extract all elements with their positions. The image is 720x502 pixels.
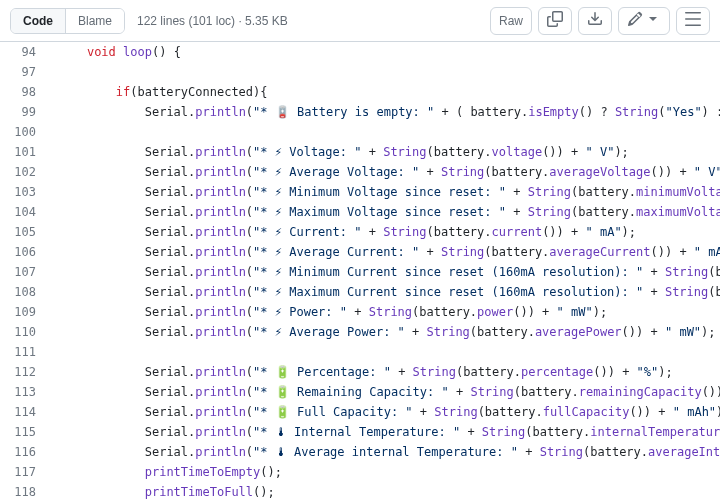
code-content: Serial.println("* 🔋 Remaining Capacity: …	[50, 382, 720, 402]
line-number[interactable]: 103	[0, 182, 50, 202]
download-icon	[587, 11, 603, 30]
copy-icon	[547, 11, 563, 30]
code-content	[50, 62, 720, 82]
code-line[interactable]: 111	[0, 342, 720, 362]
line-number[interactable]: 115	[0, 422, 50, 442]
code-line[interactable]: 114 Serial.println("* 🔋 Full Capacity: "…	[0, 402, 720, 422]
line-number[interactable]: 113	[0, 382, 50, 402]
line-number[interactable]: 94	[0, 42, 50, 62]
code-content: Serial.println("* ⚡ Average Voltage: " +…	[50, 162, 720, 182]
code-content: void loop() {	[50, 42, 720, 62]
code-line[interactable]: 94 void loop() {	[0, 42, 720, 62]
code-line[interactable]: 102 Serial.println("* ⚡ Average Voltage:…	[0, 162, 720, 182]
code-line[interactable]: 105 Serial.println("* ⚡ Current: " + Str…	[0, 222, 720, 242]
toolbar-actions: Raw	[490, 7, 710, 35]
code-line[interactable]: 117 printTimeToEmpty();	[0, 462, 720, 482]
code-line[interactable]: 98 if(batteryConnected){	[0, 82, 720, 102]
edit-button[interactable]	[618, 7, 670, 35]
code-line[interactable]: 110 Serial.println("* ⚡ Average Power: "…	[0, 322, 720, 342]
line-number[interactable]: 106	[0, 242, 50, 262]
code-content: Serial.println("* 🔋 Full Capacity: " + S…	[50, 402, 720, 422]
code-line[interactable]: 103 Serial.println("* ⚡ Minimum Voltage …	[0, 182, 720, 202]
line-number[interactable]: 107	[0, 262, 50, 282]
code-view[interactable]: 94 void loop() {9798 if(batteryConnected…	[0, 42, 720, 502]
code-line[interactable]: 109 Serial.println("* ⚡ Power: " + Strin…	[0, 302, 720, 322]
code-content: Serial.println("* ⚡ Current: " + String(…	[50, 222, 720, 242]
code-line[interactable]: 100	[0, 122, 720, 142]
line-number[interactable]: 109	[0, 302, 50, 322]
blame-tab[interactable]: Blame	[65, 9, 124, 33]
file-toolbar: Code Blame 122 lines (101 loc) · 5.35 KB…	[0, 0, 720, 42]
line-number[interactable]: 114	[0, 402, 50, 422]
code-line[interactable]: 118 printTimeToFull();	[0, 482, 720, 502]
line-number[interactable]: 117	[0, 462, 50, 482]
code-line[interactable]: 116 Serial.println("* 🌡 Average internal…	[0, 442, 720, 462]
code-line[interactable]: 101 Serial.println("* ⚡ Voltage: " + Str…	[0, 142, 720, 162]
line-number[interactable]: 102	[0, 162, 50, 182]
line-number[interactable]: 110	[0, 322, 50, 342]
line-number[interactable]: 105	[0, 222, 50, 242]
code-line[interactable]: 106 Serial.println("* ⚡ Average Current:…	[0, 242, 720, 262]
code-content: Serial.println("* 🪫 Battery is empty: " …	[50, 102, 720, 122]
line-number[interactable]: 100	[0, 122, 50, 142]
code-line[interactable]: 112 Serial.println("* 🔋 Percentage: " + …	[0, 362, 720, 382]
code-content: Serial.println("* 🌡 Internal Temperature…	[50, 422, 720, 442]
chevron-down-icon	[645, 11, 661, 30]
code-line[interactable]: 99 Serial.println("* 🪫 Battery is empty:…	[0, 102, 720, 122]
line-number[interactable]: 104	[0, 202, 50, 222]
symbols-icon	[685, 11, 701, 30]
code-tab[interactable]: Code	[11, 9, 65, 33]
code-content: if(batteryConnected){	[50, 82, 720, 102]
line-number[interactable]: 112	[0, 362, 50, 382]
code-content: Serial.println("* ⚡ Average Power: " + S…	[50, 322, 720, 342]
pencil-icon	[627, 11, 643, 30]
line-number[interactable]: 111	[0, 342, 50, 362]
code-line[interactable]: 115 Serial.println("* 🌡 Internal Tempera…	[0, 422, 720, 442]
code-line[interactable]: 97	[0, 62, 720, 82]
code-content: Serial.println("* ⚡ Power: " + String(ba…	[50, 302, 720, 322]
copy-button[interactable]	[538, 7, 572, 35]
code-line[interactable]: 108 Serial.println("* ⚡ Maximum Current …	[0, 282, 720, 302]
file-meta: 122 lines (101 loc) · 5.35 KB	[137, 14, 288, 28]
raw-button[interactable]: Raw	[490, 7, 532, 35]
code-content: Serial.println("* ⚡ Maximum Voltage sinc…	[50, 202, 720, 222]
line-number[interactable]: 99	[0, 102, 50, 122]
code-content: Serial.println("* ⚡ Voltage: " + String(…	[50, 142, 720, 162]
line-number[interactable]: 116	[0, 442, 50, 462]
code-content: Serial.println("* 🔋 Percentage: " + Stri…	[50, 362, 720, 382]
code-line[interactable]: 113 Serial.println("* 🔋 Remaining Capaci…	[0, 382, 720, 402]
download-button[interactable]	[578, 7, 612, 35]
line-number[interactable]: 118	[0, 482, 50, 502]
view-toggle: Code Blame	[10, 8, 125, 34]
code-content	[50, 122, 720, 142]
line-number[interactable]: 101	[0, 142, 50, 162]
line-number[interactable]: 98	[0, 82, 50, 102]
code-content: Serial.println("* ⚡ Minimum Current sinc…	[50, 262, 720, 282]
code-content: Serial.println("* ⚡ Average Current: " +…	[50, 242, 720, 262]
line-number[interactable]: 108	[0, 282, 50, 302]
line-number[interactable]: 97	[0, 62, 50, 82]
code-content: Serial.println("* 🌡 Average internal Tem…	[50, 442, 720, 462]
symbols-button[interactable]	[676, 7, 710, 35]
code-content	[50, 342, 720, 362]
code-content: Serial.println("* ⚡ Minimum Voltage sinc…	[50, 182, 720, 202]
code-line[interactable]: 107 Serial.println("* ⚡ Minimum Current …	[0, 262, 720, 282]
code-content: printTimeToFull();	[50, 482, 720, 502]
code-line[interactable]: 104 Serial.println("* ⚡ Maximum Voltage …	[0, 202, 720, 222]
code-content: Serial.println("* ⚡ Maximum Current sinc…	[50, 282, 720, 302]
code-content: printTimeToEmpty();	[50, 462, 720, 482]
